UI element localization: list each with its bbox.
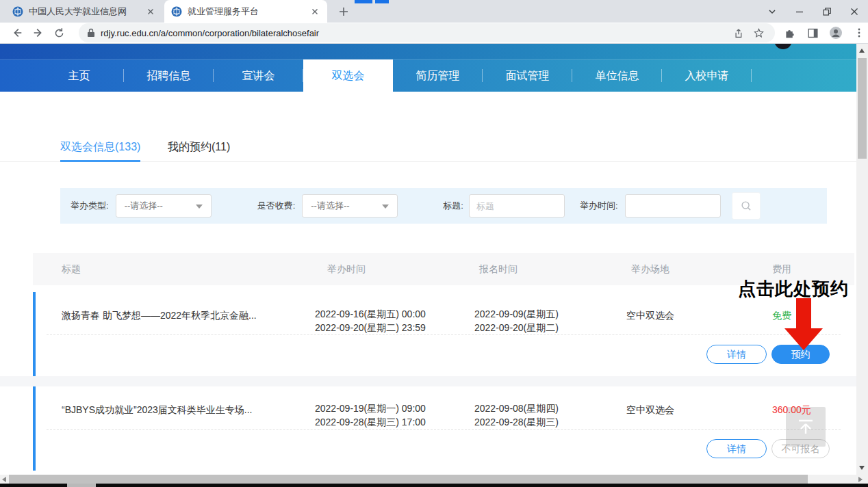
close-window-button[interactable]	[841, 0, 868, 23]
annotation-text: 点击此处预约	[738, 277, 849, 301]
window-controls	[758, 0, 868, 23]
tab-title: 就业管理服务平台	[188, 5, 304, 18]
new-tab-button[interactable]	[337, 5, 350, 18]
annotation-arrow-icon	[784, 298, 823, 350]
chevron-down-icon	[196, 205, 203, 209]
filter-time-label: 举办时间:	[580, 200, 618, 212]
bookmark-star-icon[interactable]	[750, 25, 767, 40]
tab-search-chevron-icon[interactable]	[758, 0, 786, 23]
filter-bar: 举办类型: --请选择-- 是否收费: --请选择-- 标题: 举办时间:	[60, 188, 827, 224]
site-favicon-icon	[171, 6, 182, 17]
lock-icon	[87, 28, 95, 38]
filter-fee-label: 是否收费:	[257, 200, 296, 212]
browser-tab-ruc-employment[interactable]: 中国人民大学就业信息网	[5, 0, 163, 23]
dashed-divider	[47, 334, 841, 335]
share-icon[interactable]	[730, 25, 746, 40]
nav-item-interview-mgmt[interactable]: 面试管理	[483, 60, 572, 92]
search-button[interactable]	[732, 192, 761, 220]
forward-button[interactable]	[29, 25, 47, 41]
filter-time-input[interactable]	[625, 194, 721, 218]
frame-accent-bar	[375, 0, 389, 3]
horizontal-scrollbar[interactable]	[0, 475, 868, 484]
extensions-puzzle-icon[interactable]	[780, 25, 798, 41]
site-header-strip	[0, 44, 856, 60]
refresh-button[interactable]	[51, 25, 68, 41]
vertical-scrollbar-thumb[interactable]	[858, 58, 867, 159]
taskbar-edge	[0, 484, 868, 487]
horizontal-scrollbar-thumb[interactable]	[9, 475, 808, 484]
restore-button[interactable]	[813, 0, 841, 23]
tab-fair-info[interactable]: 双选会信息(133)	[60, 133, 140, 162]
fair-hold-time: 2022-09-19(星期一) 09:002022-09-28(星期三) 17:…	[315, 402, 426, 429]
vertical-scrollbar[interactable]	[856, 44, 868, 475]
fair-title[interactable]: “BJBYS成功就业”2023届文科类毕业生专场...	[62, 403, 309, 417]
fair-row-2: “BJBYS成功就业”2023届文科类毕业生专场... 2022-09-19(星…	[33, 386, 854, 471]
filter-title-label: 标题:	[443, 200, 463, 212]
nav-item-info-session[interactable]: 宣讲会	[214, 60, 303, 92]
fair-row-1: 激扬青春 助飞梦想——2022年秋季北京金融... 2022-09-16(星期五…	[33, 292, 854, 376]
detail-button[interactable]: 详情	[706, 439, 767, 458]
minimize-button[interactable]	[786, 0, 813, 23]
fair-signup-time: 2022-09-08(星期四)2022-09-28(星期三)	[474, 402, 559, 429]
nav-item-home[interactable]: 主页	[34, 60, 124, 92]
page-content: 主页 招聘信息 宣讲会 双选会 简历管理 面试管理 单位信息 入校申请 双选会信…	[0, 44, 856, 475]
url-text: rdjy.ruc.edu.cn/a/common/corporation/bil…	[101, 28, 726, 38]
col-signup-time: 报名时间	[479, 253, 518, 285]
fair-fee: 360.00元	[772, 403, 811, 417]
fair-signup-time: 2022-09-09(星期五)2022-09-20(星期二)	[474, 307, 559, 334]
filter-fee-value: --请选择--	[311, 200, 349, 211]
view-tabs-row: 双选会信息(133) 我的预约(11)	[0, 119, 856, 162]
filter-type-value: --请选择--	[125, 200, 163, 211]
fair-title[interactable]: 激扬青春 助飞梦想——2022年秋季北京金融...	[62, 308, 309, 322]
browser-tab-employment-platform[interactable]: 就业管理服务平台	[164, 0, 327, 23]
row-divider	[0, 376, 856, 386]
fair-hold-time: 2022-09-16(星期五) 00:002022-09-20(星期二) 23:…	[315, 307, 426, 334]
col-title: 标题	[62, 253, 81, 285]
close-tab-icon[interactable]	[309, 6, 320, 17]
nav-item-job-fair[interactable]: 双选会	[303, 60, 393, 92]
browser-tab-strip: 中国人民大学就业信息网 就业管理服务平台	[0, 0, 868, 23]
filter-type-select[interactable]: --请选择--	[116, 194, 212, 218]
filter-fee-select[interactable]: --请选择--	[302, 194, 398, 218]
nav-item-recruit-info[interactable]: 招聘信息	[124, 60, 214, 92]
chevron-down-icon	[382, 205, 389, 209]
fair-venue: 空中双选会	[626, 403, 674, 417]
browser-menu-kebab-icon[interactable]	[850, 25, 868, 41]
fair-venue: 空中双选会	[626, 308, 674, 322]
tab-my-reservations[interactable]: 我的预约(11)	[168, 133, 230, 162]
scroll-down-arrow-icon[interactable]	[859, 466, 865, 470]
frame-accent-bar	[355, 0, 372, 3]
main-navigation: 主页 招聘信息 宣讲会 双选会 简历管理 面试管理 单位信息 入校申请	[0, 60, 856, 92]
filter-type-label: 举办类型:	[71, 200, 109, 212]
back-button[interactable]	[8, 25, 26, 41]
nav-item-campus-entry[interactable]: 入校申请	[662, 60, 752, 92]
user-avatar[interactable]	[774, 44, 792, 49]
table-header: 标题 举办时间 报名时间 举办场地 费用	[33, 253, 854, 285]
detail-button[interactable]: 详情	[706, 345, 767, 364]
taskbar-edge-highlight	[67, 484, 96, 487]
screen: 中国人民大学就业信息网 就业管理服务平台 rdjy.ruc.edu.cn/a/c…	[0, 0, 868, 487]
site-favicon-icon	[12, 6, 23, 17]
tab-title: 中国人民大学就业信息网	[29, 5, 140, 18]
search-icon	[740, 200, 752, 212]
col-venue: 举办场地	[631, 253, 669, 285]
filter-title-input[interactable]	[469, 194, 565, 218]
scroll-left-arrow-icon[interactable]	[2, 477, 6, 482]
back-to-top-icon	[795, 417, 816, 437]
sidebar-panel-icon[interactable]	[804, 25, 821, 41]
dashed-divider	[47, 429, 841, 430]
nav-item-employer-info[interactable]: 单位信息	[572, 60, 662, 92]
scroll-right-arrow-icon[interactable]	[858, 477, 863, 482]
col-hold-time: 举办时间	[327, 253, 366, 285]
profile-avatar[interactable]	[827, 25, 845, 41]
url-bar[interactable]: rdjy.ruc.edu.cn/a/common/corporation/bil…	[79, 23, 775, 42]
nav-item-resume-mgmt[interactable]: 简历管理	[393, 60, 483, 92]
close-tab-icon[interactable]	[145, 6, 156, 17]
scroll-up-arrow-icon[interactable]	[859, 49, 865, 53]
browser-toolbar: rdjy.ruc.edu.cn/a/common/corporation/bil…	[0, 23, 868, 44]
